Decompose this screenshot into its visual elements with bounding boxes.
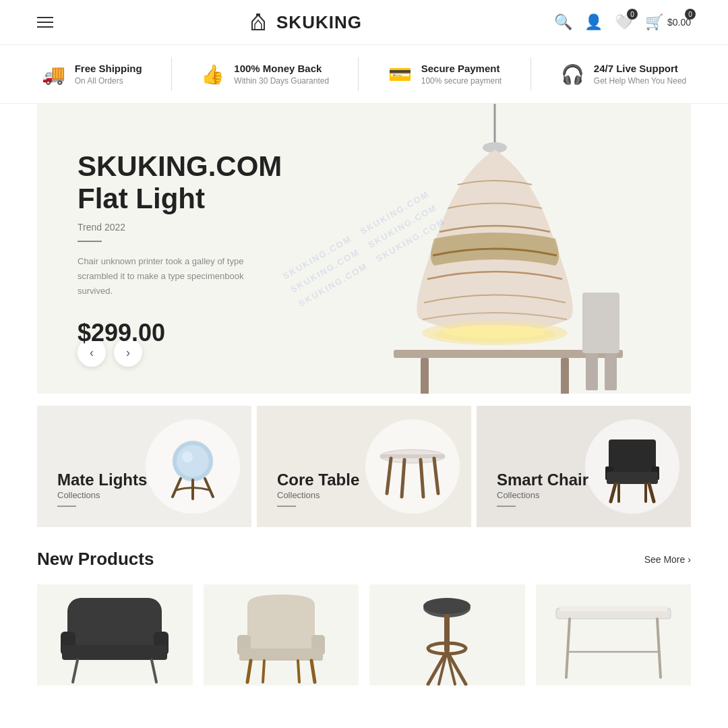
shipping-icon: 🚚: [42, 63, 65, 86]
hero-banner: SKUKING.COM SKUKING.COM SKUKING.COM SKUK…: [37, 104, 691, 394]
svg-point-5: [444, 325, 545, 338]
collection-core-table[interactable]: Core Table Collections: [257, 406, 471, 527]
shipping-subtitle: On All Orders: [75, 76, 123, 86]
hero-divider: [78, 241, 102, 242]
collections-section: Mate Lights Collections: [37, 406, 691, 527]
mate-lights-image: [133, 406, 251, 527]
collection-title-2: Smart Chair: [497, 471, 671, 490]
svg-rect-54: [559, 606, 667, 611]
support-title: 24/7 Live Support: [594, 63, 686, 74]
header: SKUKING 🔍 👤 🤍 0 🛒 0 $0.00: [0, 0, 728, 45]
collection-divider-2: [497, 506, 516, 507]
svg-rect-10: [586, 353, 598, 390]
hero-title: SKUKING.COM Flat Light: [78, 150, 280, 216]
secure-icon: 💳: [388, 63, 412, 86]
smart-chair-image: [573, 406, 691, 527]
wishlist-icon[interactable]: 🤍 0: [615, 13, 633, 31]
hero-content: SKUKING.COM Flat Light Trend 2022 Chair …: [37, 110, 320, 388]
trust-item-secure: 💳 Secure Payment 100% secure payment: [388, 63, 502, 86]
logo[interactable]: SKUKING: [245, 9, 362, 35]
svg-rect-40: [239, 648, 323, 661]
account-icon[interactable]: 👤: [584, 13, 603, 31]
product-4-svg: [546, 584, 681, 686]
hero-image: [299, 104, 691, 394]
product-1-svg: [47, 584, 182, 686]
svg-line-44: [298, 661, 299, 682]
search-icon[interactable]: 🔍: [554, 13, 572, 31]
support-subtitle: Get Help When You Need: [594, 76, 686, 86]
money-back-icon: 👍: [201, 63, 224, 86]
core-table-image: [353, 406, 471, 527]
collection-title-0: Mate Lights: [57, 471, 231, 490]
new-products-section: New Products See More ›: [0, 527, 728, 699]
section-header: New Products See More ›: [37, 549, 691, 570]
trust-bar: 🚚 Free Shipping On All Orders 👍 100% Mon…: [0, 45, 728, 104]
money-back-title: 100% Money Back: [234, 63, 329, 74]
see-more-link[interactable]: See More ›: [644, 554, 691, 565]
product-3-svg: [380, 584, 514, 686]
collection-sub-1: Collections: [277, 490, 451, 500]
cart-icon[interactable]: 🛒 0 $0.00: [645, 13, 691, 31]
svg-line-41: [247, 661, 251, 682]
cart-badge: 0: [685, 9, 696, 20]
product-card-3[interactable]: [369, 584, 525, 686]
divider-2: [358, 57, 359, 91]
svg-line-55: [566, 619, 570, 677]
collection-sub-2: Collections: [497, 490, 671, 500]
products-grid: [37, 584, 691, 686]
money-back-subtitle: Within 30 Days Guaranted: [234, 76, 329, 86]
collection-smart-chair[interactable]: Smart Chair Collections: [477, 406, 691, 527]
lamp-illustration: [353, 104, 636, 394]
trust-item-shipping: 🚚 Free Shipping On All Orders: [42, 63, 142, 86]
secure-subtitle: 100% secure payment: [421, 76, 502, 86]
svg-rect-35: [62, 645, 167, 660]
collection-divider-0: [57, 506, 76, 507]
logo-icon: [245, 9, 271, 35]
svg-line-36: [73, 660, 78, 682]
svg-line-56: [657, 619, 661, 677]
collection-title-1: Core Table: [277, 471, 451, 490]
product-2-svg: [214, 584, 348, 686]
support-icon: 🎧: [561, 63, 584, 86]
svg-point-14: [182, 452, 193, 462]
svg-rect-47: [444, 614, 450, 651]
hero-description: Chair unknown printer took a galley of t…: [78, 254, 266, 299]
secure-title: Secure Payment: [421, 63, 502, 74]
shipping-title: Free Shipping: [75, 63, 142, 74]
section-title: New Products: [37, 549, 154, 570]
svg-rect-7: [421, 358, 429, 394]
trust-item-money-back: 👍 100% Money Back Within 30 Days Guarant…: [201, 63, 329, 86]
collection-divider-1: [277, 506, 296, 507]
svg-line-43: [263, 661, 264, 682]
divider-3: [530, 57, 531, 91]
svg-line-37: [152, 660, 156, 682]
svg-rect-11: [605, 353, 617, 390]
product-card-2[interactable]: [204, 584, 359, 686]
hero-price: $299.00: [78, 319, 280, 347]
collection-sub-0: Collections: [57, 490, 231, 500]
divider-1: [171, 57, 172, 91]
chevron-right-icon: ›: [688, 554, 691, 565]
svg-line-42: [311, 661, 315, 682]
product-card-4[interactable]: [536, 584, 692, 686]
svg-rect-8: [561, 358, 569, 394]
hero-subtitle: Trend 2022: [78, 222, 280, 233]
header-icons: 🔍 👤 🤍 0 🛒 0 $0.00: [554, 13, 691, 31]
svg-rect-0: [256, 13, 260, 16]
collection-mate-lights[interactable]: Mate Lights Collections: [37, 406, 251, 527]
trust-item-support: 🎧 24/7 Live Support Get Help When You Ne…: [561, 63, 686, 86]
svg-rect-24: [609, 439, 656, 473]
menu-button[interactable]: [37, 17, 53, 28]
svg-rect-9: [582, 293, 619, 353]
product-card-1[interactable]: [37, 584, 193, 686]
svg-point-46: [423, 598, 471, 614]
wishlist-badge: 0: [627, 9, 638, 20]
